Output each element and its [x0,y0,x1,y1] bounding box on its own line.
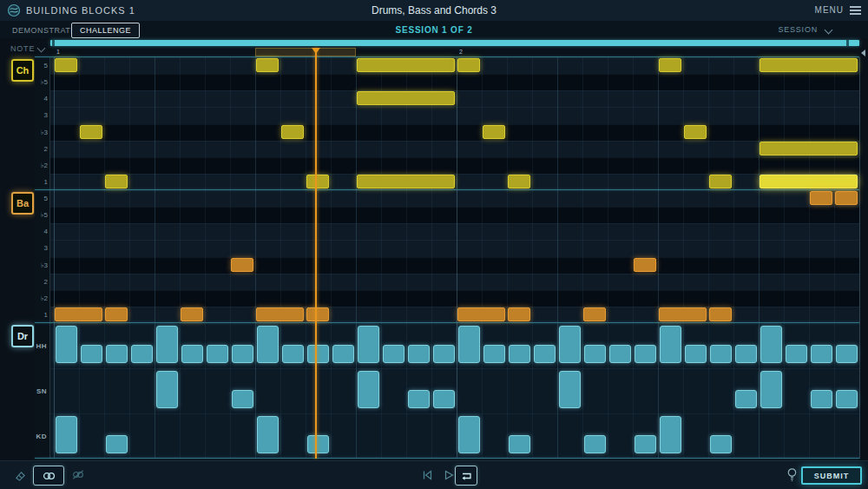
bass-note[interactable] [835,191,858,205]
drum-note[interactable] [383,345,404,363]
skip-to-start-icon[interactable] [422,470,433,480]
drum-note[interactable] [458,326,480,363]
pitch-row-bg[interactable] [50,107,859,123]
drum-note[interactable] [760,326,782,363]
submit-button[interactable]: SUBMIT [801,466,862,485]
drum-note[interactable] [836,345,858,363]
drum-note[interactable] [458,416,480,453]
bass-note[interactable] [306,307,329,321]
drum-note[interactable] [836,390,858,408]
chord-note[interactable] [760,175,858,188]
drum-note[interactable] [307,345,329,363]
drum-note[interactable] [483,345,505,363]
drum-note[interactable] [433,390,455,408]
drum-note[interactable] [358,326,379,363]
bass-note[interactable] [634,258,656,272]
chord-note[interactable] [306,175,329,188]
chord-note[interactable] [709,175,732,188]
drum-note[interactable] [710,435,732,453]
pitch-row-bg[interactable] [50,223,859,240]
chord-note[interactable] [357,91,455,105]
drum-note[interactable] [786,345,807,363]
drum-note[interactable] [181,345,203,363]
drum-note[interactable] [735,345,757,363]
drum-note[interactable] [710,345,732,363]
drum-note[interactable] [660,326,681,363]
drum-note[interactable] [81,345,102,363]
pitch-row-bg[interactable] [50,90,859,107]
drum-note[interactable] [534,345,556,363]
bass-note[interactable] [659,307,707,321]
pitch-row-bg[interactable] [50,57,859,74]
loop-button[interactable] [455,466,477,486]
chord-note[interactable] [760,58,858,72]
bass-note[interactable] [231,258,253,272]
pitch-row-bg[interactable] [50,141,859,157]
chord-note[interactable] [483,125,505,139]
chord-note[interactable] [105,175,128,188]
pitch-row-bg[interactable] [50,290,859,307]
drum-note[interactable] [584,435,606,453]
chord-note[interactable] [357,58,455,72]
drum-note[interactable] [232,390,253,408]
drum-note[interactable] [660,416,681,453]
chord-note[interactable] [281,125,304,139]
drum-note[interactable] [408,345,430,363]
pitch-row-bg[interactable] [50,257,859,274]
drum-note[interactable] [760,371,782,408]
pitch-row-bg[interactable] [50,190,859,207]
drum-note[interactable] [635,345,656,363]
chord-note[interactable] [684,125,707,139]
pitch-row-bg[interactable] [50,274,859,290]
playhead-line[interactable] [315,48,317,459]
drum-note[interactable] [332,345,354,363]
link-tool-button[interactable] [33,466,64,486]
drum-note[interactable] [509,345,530,363]
drum-note[interactable] [131,345,153,363]
drum-note[interactable] [257,326,279,363]
pitch-row-bg[interactable] [50,307,859,323]
pitch-row-bg[interactable] [50,174,859,190]
drum-note[interactable] [56,416,77,453]
bass-note[interactable] [583,307,606,321]
chord-note[interactable] [256,58,279,72]
bass-note[interactable] [810,191,832,205]
drum-note[interactable] [811,390,832,408]
chord-note[interactable] [659,58,681,72]
drum-note[interactable] [156,326,178,363]
playhead-marker-icon[interactable] [312,48,320,54]
eraser-icon[interactable] [14,469,27,482]
chord-note[interactable] [457,58,480,72]
drum-note[interactable] [609,345,631,363]
bass-note[interactable] [105,307,128,321]
drum-note[interactable] [559,371,581,408]
drum-note[interactable] [735,390,757,408]
bass-note[interactable] [457,307,505,321]
drum-note[interactable] [257,416,279,453]
play-icon[interactable] [444,470,454,480]
note-grid[interactable]: 5♭543♭32♭215♭543♭32♭21HHSNKD12 [0,0,868,489]
drum-note[interactable] [232,345,253,363]
drum-note[interactable] [408,390,430,408]
pitch-row-bg[interactable] [50,157,859,174]
drum-note[interactable] [811,345,832,363]
drum-note[interactable] [106,435,128,453]
drum-note[interactable] [509,435,530,453]
pitch-row-bg[interactable] [50,74,859,90]
loop-region[interactable] [255,48,356,56]
drum-note[interactable] [584,345,606,363]
drum-note[interactable] [685,345,707,363]
drum-note[interactable] [56,326,77,363]
drum-note[interactable] [156,371,178,408]
chord-note[interactable] [357,175,455,188]
bass-note[interactable] [55,307,102,321]
drum-note[interactable] [207,345,228,363]
bass-note[interactable] [508,307,530,321]
bass-note[interactable] [709,307,732,321]
bass-note[interactable] [256,307,304,321]
chord-note[interactable] [760,142,858,155]
unlink-icon[interactable] [71,469,85,480]
chord-note[interactable] [508,175,530,188]
drum-note[interactable] [307,435,329,453]
chord-note[interactable] [80,125,102,139]
